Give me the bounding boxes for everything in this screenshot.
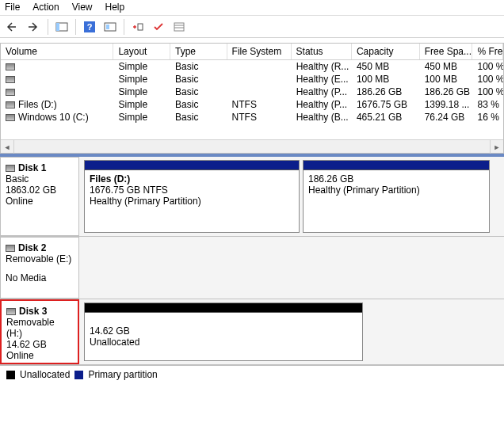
- partition-title: Files (D:): [90, 173, 294, 185]
- partition-status: Unallocated: [90, 337, 357, 348]
- cell-filesystem: [227, 60, 292, 73]
- volume-list: Volume Layout Type File System Status Ca…: [0, 43, 504, 154]
- col-filesystem[interactable]: File System: [227, 44, 292, 59]
- volume-row[interactable]: Windows 10 (C:)SimpleBasicNTFSHealthy (B…: [1, 111, 503, 124]
- disk-info-panel[interactable]: Disk 1 Basic 1863.02 GB Online: [0, 157, 79, 236]
- partition-size: 14.62 GB: [90, 325, 357, 337]
- col-freespace[interactable]: Free Spa...: [420, 44, 473, 59]
- cell-status: Healthy (R...: [292, 60, 352, 73]
- cell-type: Basic: [170, 98, 227, 111]
- check-icon[interactable]: [150, 18, 167, 36]
- cell-volume: Windows 10 (C:): [18, 112, 89, 123]
- disk-type: Removable (E:): [6, 253, 74, 264]
- menu-action[interactable]: Action: [32, 2, 59, 13]
- partition-bar-primary: [85, 161, 299, 170]
- cell-capacity: 465.21 GB: [352, 111, 420, 124]
- partition-size: 1676.75 GB NTFS: [90, 185, 294, 196]
- cell-layout: Simple: [113, 111, 170, 124]
- cell-freespace: 100 MB: [420, 73, 473, 86]
- disk-info-panel[interactable]: Disk 3 Removable (H:) 14.62 GB Online: [0, 299, 79, 364]
- volume-row[interactable]: SimpleBasicHealthy (P...186.26 GB186.26 …: [1, 86, 503, 98]
- disk-info-panel[interactable]: Disk 2 Removable (E:) No Media: [0, 237, 79, 299]
- cell-layout: Simple: [113, 98, 170, 111]
- volume-row[interactable]: SimpleBasicHealthy (R...450 MB450 MB100 …: [1, 60, 503, 73]
- forward-icon[interactable]: [25, 18, 43, 36]
- partition-status: Healthy (Primary Partition): [90, 196, 294, 207]
- volume-row[interactable]: Files (D:)SimpleBasicNTFSHealthy (P...16…: [1, 98, 503, 111]
- disk-name: Disk 1: [18, 162, 46, 173]
- cell-status: Healthy (P...: [292, 98, 352, 111]
- col-status[interactable]: Status: [292, 44, 352, 59]
- help-icon[interactable]: ?: [81, 18, 98, 36]
- cell-filesystem: [227, 73, 292, 86]
- cell-percentfree: 100 %: [473, 60, 503, 73]
- disk-partitions: 14.62 GB Unallocated: [79, 299, 504, 364]
- cell-status: Healthy (E...: [292, 73, 352, 86]
- toolbar-separator: [124, 19, 124, 35]
- disk-name: Disk 2: [18, 242, 46, 253]
- disk-partitions: Files (D:) 1676.75 GB NTFS Healthy (Prim…: [79, 157, 504, 236]
- list-icon[interactable]: [170, 18, 188, 36]
- cell-capacity: 100 MB: [352, 73, 420, 86]
- svg-rect-1: [56, 23, 59, 31]
- cell-status: Healthy (B...: [292, 111, 352, 124]
- cell-filesystem: NTFS: [227, 98, 292, 111]
- legend-swatch-unallocated: [6, 371, 15, 379]
- cell-percentfree: 100 %: [473, 73, 503, 86]
- settings-icon[interactable]: [101, 18, 119, 36]
- disk-type: Basic: [6, 173, 74, 185]
- disk-icon: [6, 165, 15, 172]
- cell-capacity: 1676.75 GB: [352, 98, 420, 111]
- disk-icon: [6, 308, 16, 315]
- scroll-left-icon[interactable]: ◄: [1, 140, 14, 154]
- disk-icon: [6, 63, 15, 70]
- cell-filesystem: [227, 86, 292, 98]
- disk-icon: [6, 114, 15, 121]
- cell-type: Basic: [170, 86, 227, 98]
- partition[interactable]: Files (D:) 1676.75 GB NTFS Healthy (Prim…: [84, 160, 300, 233]
- show-hide-icon[interactable]: [53, 18, 71, 36]
- disk-size: 14.62 GB: [6, 339, 73, 350]
- cell-type: Basic: [170, 111, 227, 124]
- disk-state: No Media: [6, 272, 74, 283]
- menu-file[interactable]: File: [5, 2, 20, 13]
- col-capacity[interactable]: Capacity: [352, 44, 420, 59]
- partition[interactable]: 186.26 GB Healthy (Primary Partition): [303, 160, 490, 233]
- cell-percentfree: 83 %: [473, 98, 503, 111]
- cell-type: Basic: [170, 73, 227, 86]
- col-layout[interactable]: Layout: [113, 44, 170, 59]
- svg-text:?: ?: [87, 22, 93, 32]
- partition-bar-primary: [304, 161, 489, 170]
- cell-status: Healthy (P...: [292, 86, 352, 98]
- menu-view[interactable]: View: [72, 2, 93, 13]
- volume-row[interactable]: SimpleBasicHealthy (E...100 MB100 MB100 …: [1, 73, 503, 86]
- col-volume[interactable]: Volume: [1, 44, 113, 59]
- cell-layout: Simple: [113, 60, 170, 73]
- menu-help[interactable]: Help: [105, 2, 125, 13]
- disk-icon: [6, 89, 15, 96]
- cell-type: Basic: [170, 60, 227, 73]
- partition[interactable]: 14.62 GB Unallocated: [84, 303, 363, 361]
- toolbar-separator: [75, 19, 76, 35]
- disk-row: Disk 2 Removable (E:) No Media: [0, 237, 504, 299]
- refresh-icon[interactable]: [129, 18, 147, 36]
- legend-label-unallocated: Unallocated: [20, 369, 70, 380]
- horizontal-scrollbar[interactable]: ◄ ►: [1, 139, 503, 153]
- back-icon[interactable]: [5, 18, 22, 36]
- partition-size: 186.26 GB: [308, 173, 484, 185]
- svg-rect-6: [138, 24, 143, 30]
- disk-state: Online: [6, 196, 74, 207]
- disk-graphical-view: Disk 1 Basic 1863.02 GB Online Files (D:…: [0, 154, 504, 383]
- toolbar-separator: [48, 19, 48, 35]
- disk-icon: [6, 245, 15, 252]
- scroll-right-icon[interactable]: ►: [490, 140, 503, 154]
- cell-percentfree: 100 %: [473, 86, 503, 98]
- cell-freespace: 450 MB: [420, 60, 473, 73]
- cell-freespace: 186.26 GB: [420, 86, 473, 98]
- col-percentfree[interactable]: % Fre: [472, 44, 503, 59]
- menu-bar: File Action View Help: [0, 0, 504, 16]
- volume-list-header: Volume Layout Type File System Status Ca…: [1, 44, 503, 60]
- col-type[interactable]: Type: [170, 44, 227, 59]
- toolbar: ?: [0, 16, 504, 38]
- disk-size: 1863.02 GB: [6, 185, 74, 196]
